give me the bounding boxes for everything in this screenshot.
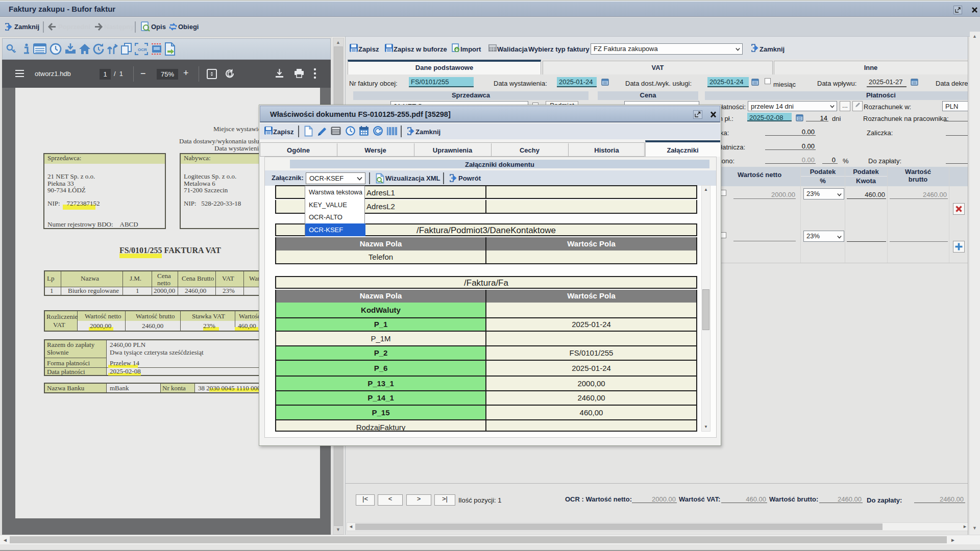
svg-text:OCR: OCR [138,47,147,52]
